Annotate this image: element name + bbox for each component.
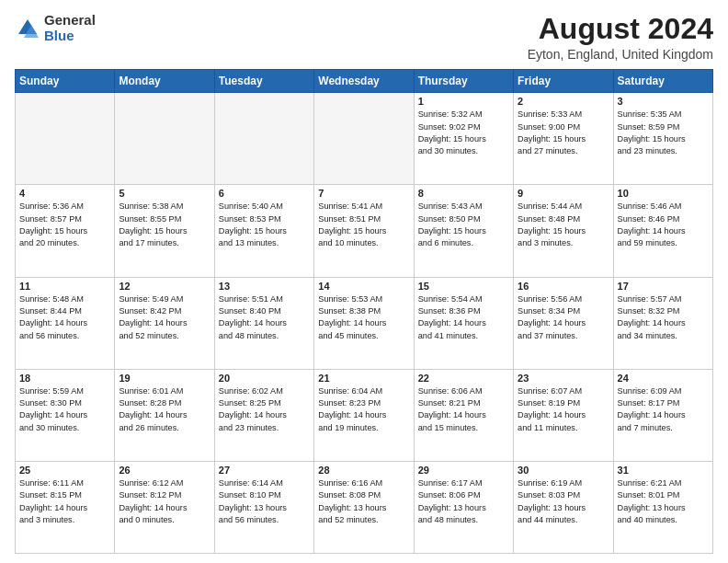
day-info: Sunrise: 6:07 AM Sunset: 8:19 PM Dayligh… — [518, 385, 609, 434]
day-cell: 11Sunrise: 5:48 AM Sunset: 8:44 PM Dayli… — [16, 277, 115, 369]
day-number: 15 — [418, 281, 509, 292]
day-header-wednesday: Wednesday — [314, 70, 414, 93]
day-number: 26 — [119, 465, 210, 476]
day-cell: 10Sunrise: 5:46 AM Sunset: 8:46 PM Dayli… — [613, 185, 712, 277]
day-info: Sunrise: 5:43 AM Sunset: 8:50 PM Dayligh… — [418, 201, 509, 249]
day-number: 27 — [219, 465, 310, 476]
day-number: 23 — [518, 373, 609, 384]
day-number: 20 — [219, 373, 310, 384]
day-info: Sunrise: 5:56 AM Sunset: 8:34 PM Dayligh… — [518, 293, 609, 342]
week-row-1: 1Sunrise: 5:32 AM Sunset: 9:02 PM Daylig… — [16, 93, 713, 185]
day-info: Sunrise: 6:06 AM Sunset: 8:21 PM Dayligh… — [418, 385, 509, 434]
day-number: 24 — [618, 373, 709, 384]
day-number: 9 — [518, 188, 609, 199]
logo-blue: Blue — [44, 28, 74, 43]
day-number: 4 — [19, 188, 110, 199]
header-row: SundayMondayTuesdayWednesdayThursdayFrid… — [16, 70, 713, 93]
day-header-tuesday: Tuesday — [214, 70, 313, 93]
day-cell: 26Sunrise: 6:12 AM Sunset: 8:12 PM Dayli… — [115, 461, 214, 553]
day-cell: 16Sunrise: 5:56 AM Sunset: 8:34 PM Dayli… — [514, 277, 613, 369]
day-info: Sunrise: 6:21 AM Sunset: 8:01 PM Dayligh… — [618, 477, 709, 526]
day-info: Sunrise: 5:40 AM Sunset: 8:53 PM Dayligh… — [219, 201, 310, 249]
day-cell: 18Sunrise: 5:59 AM Sunset: 8:30 PM Dayli… — [16, 369, 115, 461]
day-number: 10 — [618, 188, 709, 199]
day-info: Sunrise: 6:02 AM Sunset: 8:25 PM Dayligh… — [219, 385, 310, 434]
day-info: Sunrise: 5:44 AM Sunset: 8:48 PM Dayligh… — [518, 201, 609, 249]
day-number: 18 — [19, 373, 110, 384]
day-number: 14 — [318, 281, 409, 292]
day-info: Sunrise: 5:57 AM Sunset: 8:32 PM Dayligh… — [618, 293, 709, 342]
day-cell — [16, 93, 115, 185]
day-info: Sunrise: 5:46 AM Sunset: 8:46 PM Dayligh… — [618, 201, 709, 249]
day-info: Sunrise: 6:19 AM Sunset: 8:03 PM Dayligh… — [518, 477, 609, 526]
day-cell: 6Sunrise: 5:40 AM Sunset: 8:53 PM Daylig… — [214, 185, 313, 277]
day-number: 28 — [318, 465, 409, 476]
day-cell — [214, 93, 313, 185]
day-cell: 15Sunrise: 5:54 AM Sunset: 8:36 PM Dayli… — [414, 277, 513, 369]
day-header-friday: Friday — [514, 70, 613, 93]
day-header-saturday: Saturday — [613, 70, 712, 93]
day-number: 30 — [518, 465, 609, 476]
day-info: Sunrise: 6:16 AM Sunset: 8:08 PM Dayligh… — [318, 477, 409, 526]
day-info: Sunrise: 5:59 AM Sunset: 8:30 PM Dayligh… — [19, 385, 110, 434]
day-number: 12 — [119, 281, 210, 292]
day-info: Sunrise: 6:01 AM Sunset: 8:28 PM Dayligh… — [119, 385, 210, 434]
month-title: August 2024 — [528, 13, 713, 45]
day-info: Sunrise: 6:04 AM Sunset: 8:23 PM Dayligh… — [318, 385, 409, 434]
day-info: Sunrise: 6:17 AM Sunset: 8:06 PM Dayligh… — [418, 477, 509, 526]
day-cell: 7Sunrise: 5:41 AM Sunset: 8:51 PM Daylig… — [314, 185, 414, 277]
title-block: August 2024 Eyton, England, United Kingd… — [528, 13, 713, 62]
day-info: Sunrise: 6:11 AM Sunset: 8:15 PM Dayligh… — [19, 477, 110, 526]
day-number: 31 — [618, 465, 709, 476]
week-row-2: 4Sunrise: 5:36 AM Sunset: 8:57 PM Daylig… — [16, 185, 713, 277]
day-number: 22 — [418, 373, 509, 384]
day-info: Sunrise: 5:38 AM Sunset: 8:55 PM Dayligh… — [119, 201, 210, 249]
page: General Blue August 2024 Eyton, England,… — [0, 0, 728, 563]
day-cell: 14Sunrise: 5:53 AM Sunset: 8:38 PM Dayli… — [314, 277, 414, 369]
day-number: 5 — [119, 188, 210, 199]
day-number: 1 — [418, 96, 509, 107]
day-number: 25 — [19, 465, 110, 476]
day-cell: 31Sunrise: 6:21 AM Sunset: 8:01 PM Dayli… — [613, 461, 712, 553]
day-cell: 2Sunrise: 5:33 AM Sunset: 9:00 PM Daylig… — [514, 93, 613, 185]
logo-text: General Blue — [44, 13, 96, 43]
day-cell: 21Sunrise: 6:04 AM Sunset: 8:23 PM Dayli… — [314, 369, 414, 461]
day-cell: 25Sunrise: 6:11 AM Sunset: 8:15 PM Dayli… — [16, 461, 115, 553]
day-cell: 19Sunrise: 6:01 AM Sunset: 8:28 PM Dayli… — [115, 369, 214, 461]
day-cell: 23Sunrise: 6:07 AM Sunset: 8:19 PM Dayli… — [514, 369, 613, 461]
day-header-thursday: Thursday — [414, 70, 513, 93]
day-cell: 3Sunrise: 5:35 AM Sunset: 8:59 PM Daylig… — [613, 93, 712, 185]
logo: General Blue — [15, 13, 96, 43]
day-cell: 1Sunrise: 5:32 AM Sunset: 9:02 PM Daylig… — [414, 93, 513, 185]
day-info: Sunrise: 6:12 AM Sunset: 8:12 PM Dayligh… — [119, 477, 210, 526]
day-info: Sunrise: 5:49 AM Sunset: 8:42 PM Dayligh… — [119, 293, 210, 342]
day-cell: 27Sunrise: 6:14 AM Sunset: 8:10 PM Dayli… — [214, 461, 313, 553]
day-info: Sunrise: 5:48 AM Sunset: 8:44 PM Dayligh… — [19, 293, 110, 342]
calendar: SundayMondayTuesdayWednesdayThursdayFrid… — [15, 69, 713, 554]
day-number: 3 — [618, 96, 709, 107]
day-info: Sunrise: 5:41 AM Sunset: 8:51 PM Dayligh… — [318, 201, 409, 249]
day-number: 19 — [119, 373, 210, 384]
day-cell — [115, 93, 214, 185]
logo-icon — [15, 16, 40, 41]
day-cell: 5Sunrise: 5:38 AM Sunset: 8:55 PM Daylig… — [115, 185, 214, 277]
logo-general: General — [44, 12, 96, 28]
day-info: Sunrise: 5:53 AM Sunset: 8:38 PM Dayligh… — [318, 293, 409, 342]
day-info: Sunrise: 5:32 AM Sunset: 9:02 PM Dayligh… — [418, 109, 509, 157]
day-number: 2 — [518, 96, 609, 107]
location: Eyton, England, United Kingdom — [528, 47, 713, 62]
day-number: 17 — [618, 281, 709, 292]
day-info: Sunrise: 6:14 AM Sunset: 8:10 PM Dayligh… — [219, 477, 310, 526]
day-cell: 30Sunrise: 6:19 AM Sunset: 8:03 PM Dayli… — [514, 461, 613, 553]
day-cell: 20Sunrise: 6:02 AM Sunset: 8:25 PM Dayli… — [214, 369, 313, 461]
day-info: Sunrise: 5:33 AM Sunset: 9:00 PM Dayligh… — [518, 109, 609, 157]
header: General Blue August 2024 Eyton, England,… — [15, 13, 713, 62]
day-cell: 28Sunrise: 6:16 AM Sunset: 8:08 PM Dayli… — [314, 461, 414, 553]
day-cell: 12Sunrise: 5:49 AM Sunset: 8:42 PM Dayli… — [115, 277, 214, 369]
day-cell: 13Sunrise: 5:51 AM Sunset: 8:40 PM Dayli… — [214, 277, 313, 369]
week-row-5: 25Sunrise: 6:11 AM Sunset: 8:15 PM Dayli… — [16, 461, 713, 553]
day-header-monday: Monday — [115, 70, 214, 93]
day-info: Sunrise: 6:09 AM Sunset: 8:17 PM Dayligh… — [618, 385, 709, 434]
day-cell: 24Sunrise: 6:09 AM Sunset: 8:17 PM Dayli… — [613, 369, 712, 461]
day-header-sunday: Sunday — [16, 70, 115, 93]
